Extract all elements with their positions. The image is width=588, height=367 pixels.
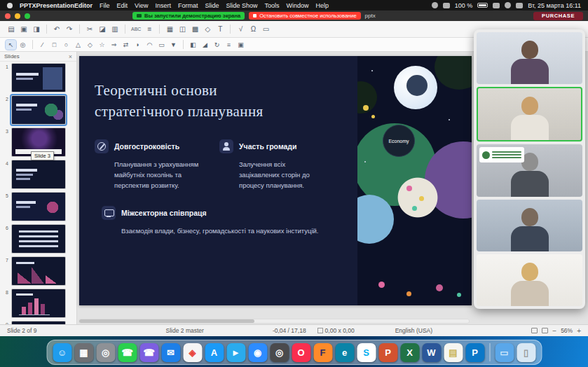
insert-shape-button[interactable]: ◇ [202,24,213,35]
shape-ellipse-button[interactable]: ○ [61,40,71,50]
shape-arc-button[interactable]: ◠ [144,40,155,50]
slide-thumbnail-4[interactable] [11,160,66,189]
menu-edit[interactable]: Edit [117,2,128,9]
menu-window[interactable]: Window [287,2,309,9]
more-shapes-button[interactable]: ▼ [168,40,179,50]
notes-icon[interactable]: ▤ [444,343,463,362]
shape-rectangle-button[interactable]: □ [49,40,60,50]
opera-icon[interactable]: O [292,343,310,362]
skype-icon[interactable]: S [357,343,376,362]
shape-double-arrow-button[interactable]: ⇄ [121,40,131,50]
participant-video-1[interactable] [477,32,582,84]
fit-width-icon[interactable] [542,328,548,333]
slide-master-button[interactable]: Slide 2 master [166,327,204,334]
close-panel-icon[interactable]: × [69,53,72,60]
zoom-tool-button[interactable]: ◎ [18,40,28,50]
insert-chart-button[interactable]: ◫ [177,24,188,35]
align-button[interactable]: ≡ [224,40,234,50]
line-color-button[interactable]: ◢ [200,40,210,50]
fit-slide-icon[interactable] [531,328,538,333]
participant-video-3[interactable] [477,144,582,196]
wifi-icon[interactable] [493,3,500,8]
zoom-in-button[interactable]: + [577,327,581,335]
participant-video-5[interactable] [477,254,582,306]
participant-video-4[interactable] [477,200,582,251]
shape-star-button[interactable]: ☆ [97,40,107,50]
slide-thumbnail-6[interactable] [11,224,66,254]
control-center-icon[interactable] [516,3,523,8]
shape-triangle-button[interactable]: △ [73,40,83,50]
camera-icon[interactable]: ◎ [270,343,289,362]
zoom-level[interactable]: 56% [561,327,573,334]
scrollbar-thumb[interactable] [79,319,254,323]
pointer-tool-button[interactable]: ↖ [6,40,16,50]
shape-callout-button[interactable]: ◗ [132,40,143,50]
telegram-icon[interactable]: ► [226,343,245,362]
shape-diamond-button[interactable]: ◇ [85,40,95,50]
menubar-clock[interactable]: Вт, 25 марта 16:11 [528,2,581,9]
slide-thumbnail-5[interactable] [11,192,66,221]
insert-text-button[interactable]: T [214,24,226,35]
shape-arrow-button[interactable]: ⇒ [109,40,119,50]
equation-button[interactable]: √ [235,24,246,35]
shape-line-button[interactable]: ∕ [37,40,48,50]
hamburger-menu-button[interactable]: ≡ [144,24,155,35]
slide-item-longterm[interactable]: Довгостроковість Планування з урахування… [95,139,201,191]
zoom-out-button[interactable]: − [552,327,556,335]
folder-icon[interactable]: ▭ [495,343,514,362]
menu-insert[interactable]: Insert [155,2,171,9]
slide-item-community[interactable]: Участь громади Залучення всіх зацікавлен… [219,139,319,191]
cut-button[interactable]: ✂ [84,24,95,35]
copy-button[interactable]: ◪ [97,24,108,35]
menu-view[interactable]: View [135,2,148,9]
slide-item-cooperation[interactable]: Міжсекторна співпраця Взаємодія влади, б… [102,206,333,236]
slide-settings-button[interactable]: ▭ [260,24,271,35]
purchase-button[interactable]: PURCHASE [533,12,583,20]
current-slide[interactable]: Теоретичні основи стратегічного плануван… [79,56,472,305]
rotate-button[interactable]: ↻ [212,40,222,50]
undo-button[interactable]: ↶ [51,24,62,35]
menu-tools[interactable]: Tools [265,2,280,9]
photos-icon[interactable]: ◈ [183,343,202,362]
stop-sharing-button[interactable]: Остановить совместное использование [249,12,360,20]
paste-button[interactable]: ▥ [109,24,121,35]
launchpad-icon[interactable]: ▦ [74,343,93,362]
app-p-icon[interactable]: P [465,343,484,362]
redo-button[interactable]: ↷ [64,24,75,35]
finder-icon[interactable]: ☺ [53,343,71,362]
settings-gear-icon[interactable]: ◎ [96,343,115,362]
participant-video-2-active-speaker[interactable] [477,87,582,141]
mail-icon[interactable]: ✉ [161,343,180,362]
save-button[interactable]: ◨ [31,24,42,35]
menubar-app-name[interactable]: PPTXPresentationEditor [20,2,93,9]
insert-table-button[interactable]: ▩ [189,24,200,35]
powerpoint-icon[interactable]: P [378,343,397,362]
slide-thumbnail-1[interactable] [11,63,66,92]
slide-title[interactable]: Теоретичні основи стратегічного плануван… [95,80,357,123]
slide-thumbnail-8[interactable] [11,289,66,318]
minimize-window-button[interactable] [15,13,20,19]
shape-rounded-rect-button[interactable]: ▭ [156,40,167,50]
slide-thumbnail-7[interactable] [11,256,66,286]
arrange-button[interactable]: ▣ [235,40,246,50]
viber-icon[interactable]: ☎ [139,343,158,362]
print-button[interactable]: ▣ [18,24,29,35]
menu-file[interactable]: File [100,2,110,9]
menu-slide-show[interactable]: Slide Show [226,2,257,9]
zoom-icon[interactable]: ◉ [248,343,267,362]
slide-thumbnail-2-selected[interactable] [11,95,66,125]
screen-record-icon[interactable] [432,2,438,8]
search-icon[interactable] [505,2,511,8]
close-window-button[interactable] [5,13,11,19]
fill-color-button[interactable]: ◧ [188,40,198,50]
fullscreen-window-button[interactable] [25,13,30,19]
keyboard-icon[interactable] [443,3,450,8]
app-store-icon[interactable]: A [205,343,224,362]
word-icon[interactable]: W [422,343,441,362]
symbol-button[interactable]: Ω [247,24,259,35]
firefox-icon[interactable]: F [313,343,332,362]
spellcheck-button[interactable]: ABC [130,24,142,35]
menu-format[interactable]: Format [178,2,198,9]
apple-menu-icon[interactable] [7,3,13,8]
excel-icon[interactable]: X [400,343,419,362]
